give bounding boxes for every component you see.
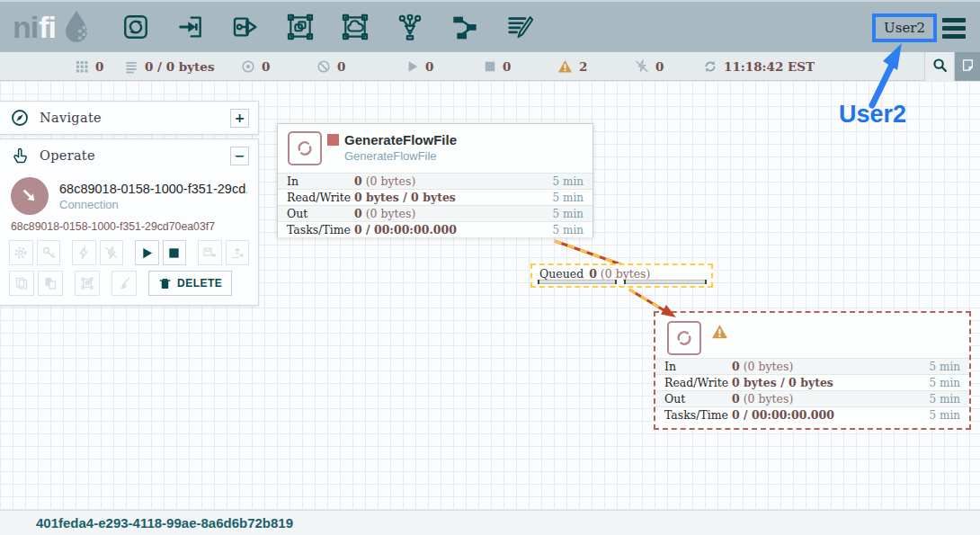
transmitting-stat: 0 [241, 52, 270, 81]
processor-stats: In 0 (0 bytes) 5 min Read/Write 0 bytes … [278, 173, 592, 237]
selected-component: 68c89018-0158-1000-f351-29cd... Connecti… [0, 172, 258, 217]
nifi-logo: nifi [13, 6, 95, 48]
canvas-palette: Navigate + Operate − 68c89018-0158-1000-… [0, 101, 259, 306]
selected-component-name: 68c89018-0158-1000-f351-29cd... [59, 182, 247, 196]
disable-button[interactable] [100, 240, 124, 265]
stat-row-out: Out 0 (0 bytes) 5 min [655, 390, 969, 406]
search-icon [932, 58, 948, 76]
flow-id: 401feda4-e293-4118-99ae-8a6d6b72b819 [36, 515, 293, 531]
grid-icon [76, 60, 89, 74]
compass-icon [11, 109, 29, 127]
search-button[interactable] [924, 52, 955, 81]
group-button[interactable] [75, 271, 100, 296]
hand-pointer-icon [11, 147, 29, 165]
processor-type: GenerateFlowFile [344, 149, 437, 163]
processor-title: GenerateFlowFile [344, 132, 457, 147]
connection-type-icon [11, 177, 49, 215]
running-stat: 0 [406, 52, 433, 81]
invalid-stat: 2 [557, 52, 587, 81]
invalid-count: 2 [579, 59, 587, 74]
flow-status-bar: 0 0 / 0 bytes 0 0 0 0 2 0 [0, 52, 980, 81]
stopped-stat: 0 [484, 52, 511, 81]
global-menu-icon[interactable] [942, 18, 966, 39]
stat-row-tasks: Tasks/Time 0 / 00:00:00.000 5 min [655, 406, 969, 423]
processor-stamp-icon [667, 321, 701, 355]
queued-label: Queued [539, 267, 584, 281]
refresh-icon[interactable] [703, 59, 717, 74]
delete-button[interactable]: DELETE [148, 271, 232, 296]
copy-button[interactable] [9, 271, 34, 296]
logo-text-ni: ni [13, 10, 38, 44]
disabled-count: 0 [655, 59, 664, 74]
processor-stats: In 0 (0 bytes) 5 min Read/Write 0 bytes … [655, 358, 969, 423]
input-port-icon[interactable] [175, 12, 206, 42]
operate-title: Operate [40, 148, 95, 163]
bulletin-button[interactable] [955, 52, 980, 81]
operate-buttons-row1 [0, 240, 258, 265]
stat-row-readwrite: Read/Write 0 bytes / 0 bytes 5 min [655, 374, 969, 390]
play-icon [406, 60, 419, 73]
warning-icon [557, 59, 573, 74]
transmitting-icon [241, 59, 255, 74]
current-user-button[interactable]: User2 [872, 13, 937, 42]
stat-row-in: In 0 (0 bytes) 5 min [278, 173, 592, 189]
refresh-stat: 11:18:42 EST [703, 52, 815, 81]
invalid-warning-icon [711, 324, 728, 343]
connection-queued-label[interactable]: Queued0 (0 bytes) [530, 263, 713, 288]
selected-component-type: Connection [59, 198, 247, 211]
stat-row-tasks: Tasks/Time 0 / 00:00:00.000 5 min [278, 221, 592, 237]
navigate-expand-button[interactable]: + [230, 109, 249, 128]
output-port-icon[interactable] [230, 12, 261, 42]
stop-button[interactable] [163, 240, 187, 265]
remote-process-group-icon[interactable] [340, 12, 370, 42]
not-transmitting-icon [316, 59, 331, 74]
configure-button[interactable] [9, 240, 33, 265]
queue-percent-bar [624, 280, 707, 284]
footer-bar: 401feda4-e293-4118-99ae-8a6d6b72b819 [0, 510, 980, 535]
operate-buttons-row2: DELETE [0, 271, 258, 296]
active-threads-count: 0 [95, 59, 103, 74]
stopped-state-icon [327, 134, 339, 146]
navigate-header: Navigate + [0, 102, 258, 134]
save-template-icon[interactable] [198, 240, 222, 265]
process-group-icon[interactable] [285, 12, 316, 42]
selected-component-id: 68c89018-0158-1000-f351-29cd70ea03f7 [0, 217, 258, 240]
flow-canvas[interactable]: Navigate + Operate − 68c89018-0158-1000-… [0, 81, 980, 510]
stat-row-readwrite: Read/Write 0 bytes / 0 bytes 5 min [278, 189, 592, 205]
component-toolbar [120, 12, 535, 42]
delete-button-label: DELETE [177, 277, 222, 290]
color-button[interactable] [111, 271, 137, 296]
logo-text-fi: fi [39, 10, 56, 44]
active-threads-stat: 0 [76, 52, 103, 81]
total-queued-count: 0 / 0 bytes [145, 59, 215, 74]
processor-stamp-icon [288, 131, 322, 165]
stopped-count: 0 [503, 59, 511, 74]
processor-icon[interactable] [120, 12, 151, 42]
disabled-icon [635, 59, 649, 74]
running-count: 0 [425, 59, 433, 74]
paste-button[interactable] [38, 271, 63, 296]
stat-row-out: Out 0 (0 bytes) 5 min [278, 205, 592, 221]
navigate-title: Navigate [40, 111, 102, 125]
navigate-panel: Navigate + [0, 101, 259, 135]
operate-panel: Operate − 68c89018-0158-1000-f351-29cd..… [0, 138, 259, 306]
note-icon [961, 58, 975, 76]
label-icon[interactable] [504, 12, 535, 42]
stop-icon [484, 60, 496, 73]
stat-row-in: In 0 (0 bytes) 5 min [655, 358, 969, 374]
list-icon [124, 60, 138, 74]
funnel-icon[interactable] [395, 12, 425, 42]
app-header: nifi [0, 0, 980, 52]
start-button[interactable] [135, 240, 159, 265]
processor-generateflowfile[interactable]: GenerateFlowFile GenerateFlowFile In 0 (… [277, 123, 593, 237]
template-icon[interactable] [450, 12, 480, 42]
transmitting-count: 0 [262, 59, 270, 74]
last-refresh-time: 11:18:42 EST [724, 59, 815, 74]
not-transmitting-stat: 0 [316, 52, 345, 81]
operate-collapse-button[interactable]: − [230, 147, 249, 165]
total-queued-stat: 0 / 0 bytes [124, 52, 215, 81]
processor-ghost[interactable]: In 0 (0 bytes) 5 min Read/Write 0 bytes … [654, 311, 971, 430]
upload-template-icon[interactable] [226, 240, 250, 265]
key-button[interactable] [37, 240, 61, 265]
enable-button[interactable] [72, 240, 96, 265]
